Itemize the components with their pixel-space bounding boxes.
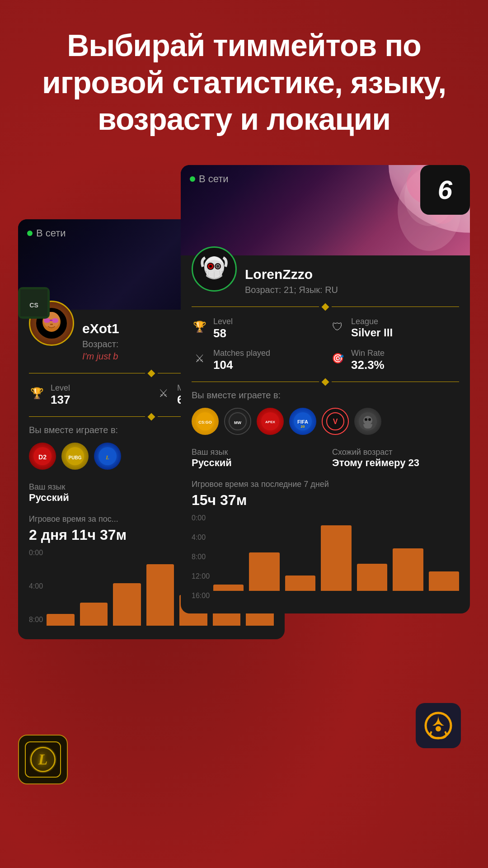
svg-text:20: 20: [301, 425, 305, 429]
loren-similar-age-label: Схожий возраст: [332, 448, 459, 457]
loren-age-col: Схожий возраст Этому геймеру 23: [332, 448, 459, 469]
exot-chart-labels: 0:00 4:00 8:00: [29, 549, 43, 626]
loren-chart-16: 16:00: [192, 592, 210, 600]
svg-rect-7: [50, 320, 52, 321]
trophy-icon: [29, 385, 45, 401]
loren-bar-6: [393, 548, 423, 591]
loren-matches-value: 104: [213, 358, 270, 372]
overwatch-icon: [422, 710, 454, 741]
loren-user-info: LorenZzzo Возраст: 21; Язык: RU: [245, 246, 459, 295]
loren-bar-2: [249, 552, 279, 591]
loren-age-lang: Возраст: 21; Язык: RU: [245, 285, 459, 295]
svg-point-39: [363, 416, 372, 425]
bar-1: [47, 614, 75, 626]
page-headline: Выбирай тиммейтов по игровой статистике,…: [18, 27, 470, 138]
exot-online-label: В сети: [36, 227, 66, 239]
loren-username: LorenZzzo: [245, 267, 459, 282]
loren-playtime-value: 15ч 37м: [192, 492, 459, 509]
csgo-badge-left: CS: [18, 287, 50, 319]
overwatch-badge: [416, 703, 461, 748]
cards-container: CS В сети: [18, 165, 470, 789]
svg-point-49: [436, 726, 441, 731]
loren-level-value: 58: [213, 326, 233, 340]
svg-text:PUBG: PUBG: [69, 455, 82, 460]
game-mw-front: MW: [224, 408, 251, 435]
bar-4: [146, 564, 174, 626]
loren-lang-label: Ваш язык: [192, 448, 319, 457]
loren-target-icon: [329, 350, 346, 367]
r6-logo: 6: [438, 175, 452, 205]
exot-level-value: 137: [51, 393, 70, 407]
csgo-icon: CS: [20, 289, 47, 316]
svg-text:APEX: APEX: [265, 420, 275, 424]
loren-chart: 0:00 4:00 8:00 12:00 16:00: [192, 514, 459, 613]
lol-icon: L: [25, 741, 61, 778]
loren-chart-0: 0:00: [192, 514, 210, 522]
loren-level-stat: Level 58: [192, 317, 321, 340]
loren-bar-5: [357, 564, 387, 591]
svg-text:V: V: [333, 418, 338, 425]
loren-online-dot: [190, 176, 195, 182]
loren-bar-1: [213, 585, 244, 591]
loren-matches-stat: Matches played 104: [192, 349, 321, 372]
game-apex-front: APEX: [257, 408, 284, 435]
swords-icon: [155, 385, 172, 401]
loren-games-row: CS:GO MW APEX: [181, 404, 470, 442]
chart-label-4: 4:00: [29, 582, 43, 590]
loren-divider-2: [181, 379, 470, 385]
svg-text:MW: MW: [234, 420, 241, 425]
loren-lang-value: Русский: [192, 457, 319, 469]
card-loren: В сети: [181, 165, 470, 613]
loren-league-stat: League Silver III: [329, 317, 459, 340]
loren-chart-labels: 0:00 4:00 8:00 12:00 16:00: [192, 514, 210, 600]
loren-stats: Level 58 League Silver III Matches playe…: [181, 310, 470, 379]
loren-avatar-section: LorenZzzo Возраст: 21; Язык: RU: [181, 237, 470, 304]
loren-online-label: В сети: [199, 173, 229, 185]
chart-label-8: 8:00: [29, 616, 43, 624]
loren-games-label: Вы вместе играете в:: [181, 385, 470, 404]
loren-chart-12: 12:00: [192, 572, 210, 580]
loren-divider: [181, 304, 470, 310]
loren-bar-7: [429, 571, 459, 591]
loren-matches-label: Matches played: [213, 349, 270, 358]
svg-rect-8: [50, 324, 53, 325]
game-lol: L: [94, 443, 121, 470]
bar-2: [80, 603, 108, 626]
game-pubg: PUBG: [61, 443, 89, 470]
loren-winrate-value: 32.3%: [351, 358, 385, 372]
loren-info-row: Ваш язык Русский Схожий возраст Этому ге…: [181, 442, 470, 474]
loren-playtime-label: Игровое время за последние 7 дней: [192, 480, 459, 489]
exot-online-badge: В сети: [27, 227, 66, 239]
loren-level-label: Level: [213, 317, 233, 326]
loren-league-label: League: [351, 317, 393, 326]
loren-shield-icon: [329, 319, 346, 335]
loren-winrate-label: Win Rate: [351, 349, 385, 358]
svg-point-26: [216, 265, 219, 268]
loren-avatar: [192, 246, 237, 292]
svg-point-40: [365, 418, 367, 421]
r6-badge: 6: [420, 165, 470, 215]
svg-point-23: [209, 265, 212, 268]
loren-chart-4: 4:00: [192, 533, 210, 542]
loren-trophy-icon: [192, 319, 208, 335]
loren-playtime: Игровое время за последние 7 дней 15ч 37…: [181, 474, 470, 613]
svg-rect-5: [44, 318, 50, 323]
loren-bar-3: [285, 576, 315, 591]
exot-level-stat: Level 137: [29, 383, 147, 407]
lol-badge: L: [18, 735, 68, 784]
game-fifa-front: FIFA 20: [289, 408, 316, 435]
svg-text:CS: CS: [29, 302, 38, 309]
game-dota: D2: [29, 443, 56, 470]
loren-chart-bars: [213, 514, 459, 591]
bar-3: [113, 583, 141, 626]
game-csgo-front: CS:GO: [192, 408, 219, 435]
svg-point-41: [368, 418, 371, 421]
game-valorant-front: V: [322, 408, 349, 435]
svg-text:L: L: [105, 454, 109, 461]
loren-winrate-stat: Win Rate 32.3%: [329, 349, 459, 372]
online-dot: [27, 231, 33, 236]
svg-text:L: L: [38, 751, 48, 768]
svg-text:FIFA: FIFA: [297, 419, 308, 425]
exot-level-label: Level: [51, 383, 70, 393]
game-ghost-front: [354, 408, 381, 435]
